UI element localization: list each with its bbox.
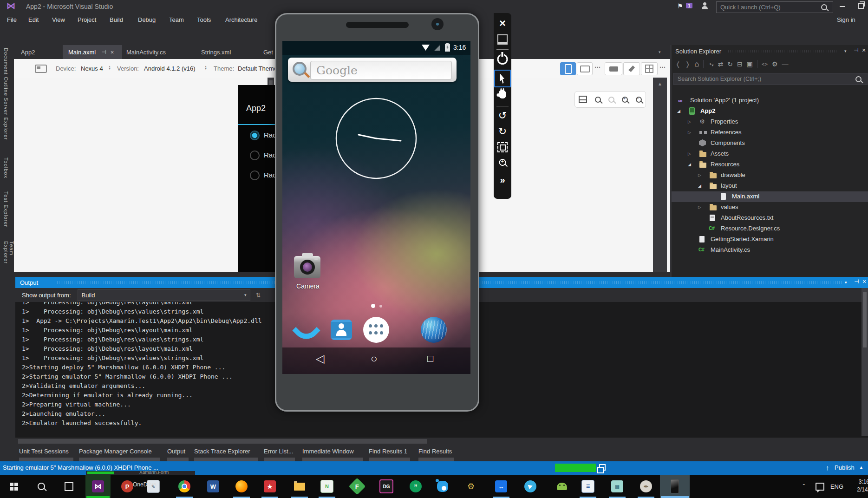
tab-main-axml[interactable]: Main.axml ⊣ × bbox=[63, 45, 122, 59]
tree-row-properties[interactable]: ▷ ⚙ Properties bbox=[672, 117, 868, 127]
quick-launch-search-icon[interactable] bbox=[821, 4, 827, 10]
app-drawer-icon[interactable] bbox=[363, 317, 389, 343]
grid-more-icon[interactable]: ⋯ bbox=[659, 64, 666, 71]
output-menu-caret-icon[interactable]: ▾ bbox=[845, 280, 847, 285]
device-spinner-icon[interactable]: ▲▼ bbox=[108, 66, 111, 70]
tree-row-components[interactable]: Components bbox=[672, 138, 868, 149]
taskbar-f-diamond[interactable]: F bbox=[347, 475, 367, 498]
browser-app-icon[interactable] bbox=[421, 317, 447, 343]
clock-widget[interactable] bbox=[330, 92, 423, 185]
collapse-arrow-icon[interactable]: ▷ bbox=[688, 130, 691, 135]
tree-row-gettingstarted[interactable]: GettingStarted.Xamarin bbox=[672, 234, 868, 245]
google-search-widget[interactable]: Google bbox=[288, 58, 457, 82]
taskbar-emulator-phone[interactable] bbox=[660, 475, 690, 498]
cascade-windows-icon[interactable] bbox=[599, 464, 606, 471]
split-view-icon[interactable] bbox=[579, 96, 587, 103]
taskbar-outlook-card[interactable]: ☰ bbox=[578, 475, 598, 498]
menu-file[interactable]: File bbox=[7, 13, 17, 26]
taskbar-hangouts[interactable]: ” bbox=[405, 475, 426, 498]
side-tab-toolbox[interactable]: Toolbox bbox=[3, 157, 9, 178]
start-button[interactable] bbox=[4, 475, 24, 498]
device-value[interactable]: Nexus 4 bbox=[81, 65, 103, 72]
menu-project[interactable]: Project bbox=[78, 13, 96, 26]
se-menu-caret-icon[interactable]: ▾ bbox=[844, 49, 847, 53]
tab-close-icon[interactable]: × bbox=[111, 49, 114, 56]
se-minimize-icon[interactable]: — bbox=[782, 60, 788, 68]
publish-up-icon[interactable]: ↑ bbox=[826, 464, 829, 472]
se-refresh-icon[interactable]: ↻ bbox=[727, 60, 733, 68]
google-magnifier-icon[interactable] bbox=[293, 62, 307, 76]
tab-find-results-1[interactable]: Find Results 1 bbox=[369, 448, 407, 455]
designer-scrollbar[interactable]: ▲ bbox=[653, 78, 667, 272]
taskbar-build-tools[interactable]: ⚙ bbox=[461, 475, 481, 498]
output-source-combo[interactable]: Build ▾ bbox=[78, 289, 250, 301]
grid-view-button[interactable] bbox=[641, 62, 658, 75]
se-pending-changes-icon[interactable]: ◔▾ bbox=[708, 60, 713, 68]
version-value[interactable]: Android 4.1.2 (v16) bbox=[144, 65, 196, 72]
expand-arrow-icon[interactable]: ◢ bbox=[698, 183, 701, 188]
tree-row-references[interactable]: ▷ References bbox=[672, 127, 868, 138]
notification-flag-icon[interactable]: ⚑ bbox=[677, 2, 683, 10]
se-home-icon[interactable]: ⌂ bbox=[694, 60, 699, 68]
radio-button-3-icon[interactable] bbox=[250, 170, 260, 180]
camera-app-icon[interactable] bbox=[294, 256, 320, 278]
taskbar-file-explorer[interactable] bbox=[289, 475, 310, 498]
zoom-fit-icon[interactable] bbox=[595, 97, 601, 103]
designer-toggle-icon[interactable] bbox=[35, 65, 47, 73]
tab-unit-test-sessions[interactable]: Unit Test Sessions bbox=[19, 448, 69, 455]
emulator-more-icon[interactable]: » bbox=[500, 175, 505, 185]
version-spinner-icon[interactable]: ▲▼ bbox=[204, 66, 207, 70]
tray-clock[interactable]: 3:16 2/14/ bbox=[851, 478, 868, 494]
tab-pin-icon[interactable]: ⊣ bbox=[101, 49, 106, 55]
emulator-zoom-icon[interactable]: + bbox=[499, 159, 506, 166]
tab-package-manager-console[interactable]: Package Manager Console bbox=[79, 448, 152, 455]
tray-language[interactable]: ENG bbox=[828, 475, 846, 498]
emulator-window[interactable]: 3:16 Google Camera bbox=[275, 13, 479, 412]
menu-tools[interactable]: Tools bbox=[197, 13, 211, 26]
taskbar-firefox[interactable] bbox=[231, 475, 252, 498]
menu-build[interactable]: Build bbox=[110, 13, 123, 26]
se-forward-icon[interactable]: ❭ bbox=[685, 60, 691, 68]
menu-architecture[interactable]: Architecture bbox=[225, 13, 257, 26]
tree-row-drawable[interactable]: ▷ drawable bbox=[672, 170, 868, 181]
view-more-icon[interactable]: ⋯ bbox=[594, 64, 600, 71]
tab-immediate-window[interactable]: Immediate Window bbox=[302, 448, 354, 455]
se-collapse-all-icon[interactable]: ⊟ bbox=[737, 60, 743, 68]
tree-row-assets[interactable]: ▷ Assets bbox=[672, 149, 868, 159]
quick-launch-box[interactable]: Quick Launch (Ctrl+Q) bbox=[716, 1, 833, 13]
emulator-rotate-right-icon[interactable]: ↻ bbox=[498, 125, 507, 138]
tree-row-values[interactable]: ▷ values bbox=[672, 202, 868, 213]
keyboard-view-button[interactable] bbox=[605, 62, 622, 75]
tray-action-center-icon[interactable] bbox=[812, 475, 828, 498]
tree-row-resource-designer[interactable]: C# Resource.Designer.cs bbox=[672, 223, 868, 234]
taskbar-telegram[interactable] bbox=[520, 475, 541, 498]
side-tab-test-explorer[interactable]: Test Explorer bbox=[3, 191, 9, 227]
tab-stack-trace-explorer[interactable]: Stack Trace Explorer bbox=[194, 448, 250, 455]
tree-row-project-app2[interactable]: ◢ App2 bbox=[672, 106, 868, 117]
scrollbar-up-icon[interactable]: ▲ bbox=[653, 81, 667, 86]
tab-find-results[interactable]: Find Results bbox=[418, 448, 452, 455]
menu-edit[interactable]: Edit bbox=[28, 13, 39, 26]
theme-value[interactable]: Default Theme bbox=[238, 65, 277, 72]
zoom-selection-icon[interactable] bbox=[608, 97, 614, 103]
side-tab-team-explorer[interactable]: Team Explorer bbox=[3, 241, 14, 277]
se-pin-icon[interactable]: ⊣ bbox=[854, 47, 858, 53]
taskbar-search-icon[interactable] bbox=[31, 475, 52, 498]
tab-mainactivity-cs[interactable]: MainActivity.cs bbox=[126, 45, 166, 59]
solution-search-box[interactable]: Search Solution Explorer (Ctrl+;) bbox=[673, 73, 868, 85]
landscape-view-button[interactable] bbox=[577, 62, 593, 75]
tab-output[interactable]: Output bbox=[167, 448, 185, 455]
minimize-button[interactable] bbox=[840, 6, 845, 7]
solution-explorer-header[interactable]: Solution Explorer ▾ ⊣ × bbox=[672, 45, 868, 57]
tree-row-main-axml[interactable]: Main.axml bbox=[672, 191, 868, 202]
nav-home-button[interactable]: ○ bbox=[371, 352, 378, 365]
taskbar-datagrip[interactable]: DG bbox=[376, 475, 397, 498]
taskbar-wunderlist[interactable]: ★ bbox=[260, 475, 280, 498]
clean-broom-button[interactable] bbox=[623, 62, 640, 75]
taskbar-word[interactable]: W bbox=[203, 475, 223, 498]
emulator-power-icon[interactable] bbox=[497, 54, 508, 65]
taskbar-hyperv-servers[interactable]: ▤ bbox=[607, 475, 627, 498]
menu-view[interactable]: View bbox=[52, 13, 65, 26]
phone-app-icon[interactable] bbox=[292, 316, 320, 345]
collapse-arrow-icon[interactable]: ▷ bbox=[688, 151, 691, 156]
